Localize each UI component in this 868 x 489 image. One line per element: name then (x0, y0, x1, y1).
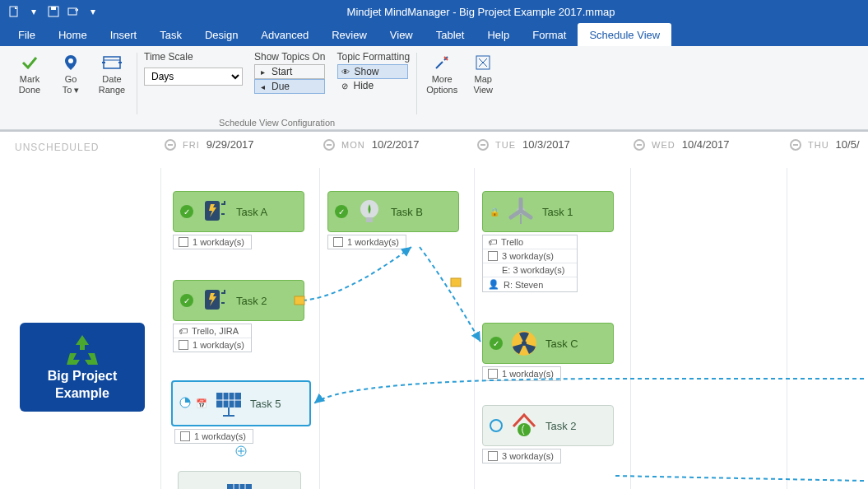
task-c[interactable]: ✓ Task C 1 workday(s) (482, 323, 614, 381)
done-icon: ✓ (335, 205, 348, 218)
date-icon: 📅 (196, 398, 207, 409)
show-topics-on-label: Show Topics On (254, 51, 326, 63)
menu-design[interactable]: Design (193, 23, 249, 46)
quick-access-toolbar: ▾ ▾ (7, 4, 100, 19)
day-header-mon[interactable]: MON10/2/2017 (323, 138, 420, 151)
go-to-button[interactable]: Go To ▾ (53, 51, 89, 97)
start-toggle[interactable]: ▸Start (254, 64, 325, 79)
eco-house-icon (508, 410, 541, 441)
calendar-icon (488, 369, 498, 379)
schedule-canvas[interactable]: UNSCHEDULED FRI9/29/2017 MON10/2/2017 TU… (0, 130, 868, 489)
group-config-label: Schedule View Configuration (139, 118, 415, 128)
topic-formatting-label: Topic Formatting (337, 51, 411, 63)
dropdown-icon[interactable]: ▾ (26, 4, 41, 19)
solar-icon (223, 475, 256, 489)
map-view-label: Map View (473, 74, 493, 95)
recycle-icon (62, 332, 103, 368)
due-toggle[interactable]: ◂Due (254, 79, 325, 94)
more-options-label: More Options (426, 74, 457, 95)
task-a[interactable]: ✓ Task A 1 workday(s) (173, 191, 304, 249)
show-topics-block: Show Topics On ▸Start ◂Due (254, 51, 326, 94)
collapse-icon[interactable] (323, 139, 335, 151)
bulb-icon (353, 196, 386, 227)
charger-icon (198, 285, 231, 316)
person-icon: 👤 (488, 279, 499, 290)
more-options-button[interactable]: More Options (424, 51, 460, 97)
connectors (0, 132, 868, 489)
time-scale-label: Time Scale (144, 51, 243, 63)
calendar-range-icon (102, 53, 122, 72)
expand-icon[interactable] (171, 445, 311, 459)
charger-icon (198, 196, 231, 227)
date-range-button[interactable]: Date Range (94, 51, 130, 97)
export-icon[interactable] (66, 4, 81, 19)
day-header-wed[interactable]: WED10/4/2017 (634, 138, 730, 151)
calendar-icon (179, 340, 188, 350)
task-title: Task C (545, 338, 578, 350)
mark-done-label: Mark Done (19, 74, 40, 95)
ribbon: Mark Done Go To ▾ Date Range Time Scale … (0, 46, 868, 130)
calendar-icon (488, 251, 498, 261)
collapse-icon[interactable] (165, 139, 176, 151)
task-partial[interactable] (178, 471, 301, 489)
task-b[interactable]: ✓ Task B 1 workday(s) (327, 191, 459, 249)
done-icon: ✓ (180, 294, 193, 307)
mark-done-button[interactable]: Mark Done (12, 51, 48, 97)
menu-insert[interactable]: Insert (99, 23, 149, 46)
menu-home[interactable]: Home (47, 23, 99, 46)
solar-icon (212, 388, 245, 419)
root-topic[interactable]: Big ProjectExample (20, 323, 145, 412)
pin-icon (61, 53, 81, 72)
day-header-thu[interactable]: THU10/5/ (790, 138, 860, 151)
dropdown-icon[interactable]: ▾ (86, 4, 100, 19)
task-title: Task B (391, 206, 423, 218)
task-2-green[interactable]: ✓ Task 2 🏷Trello, JIRA 1 workday(s) (173, 280, 304, 352)
menu-view[interactable]: View (378, 23, 425, 46)
lock-icon: 🔒 (490, 207, 499, 217)
time-scale-select[interactable]: Days (144, 68, 243, 86)
show-toggle[interactable]: 👁Show (337, 64, 408, 79)
due-icon: ◂ (257, 81, 268, 92)
new-doc-icon[interactable] (7, 4, 21, 19)
menu-task[interactable]: Task (148, 23, 193, 46)
menu-review[interactable]: Review (320, 23, 378, 46)
menu-file[interactable]: File (7, 23, 47, 46)
calendar-icon (333, 237, 343, 247)
check-icon (20, 53, 39, 72)
column-divider (787, 168, 787, 489)
collapse-icon[interactable] (634, 139, 645, 151)
task-title: Task 5 (250, 398, 281, 410)
progress-icon (179, 397, 191, 411)
menu-advanced[interactable]: Advanced (249, 23, 320, 46)
ribbon-group-more: More Options Map View (419, 49, 506, 129)
collapse-icon[interactable] (477, 139, 489, 151)
hide-toggle[interactable]: ⊘Hide (337, 79, 408, 92)
svg-rect-26 (366, 217, 373, 222)
menu-help[interactable]: Help (476, 23, 521, 46)
day-header-tue[interactable]: TUE10/3/2017 (477, 138, 570, 151)
task-title: Task 1 (542, 206, 573, 218)
date-range-label: Date Range (99, 74, 125, 95)
day-header-fri[interactable]: FRI9/29/2017 (165, 138, 254, 151)
task-5[interactable]: 📅 Task 5 1 workday(s) (171, 380, 311, 459)
calendar-icon (179, 237, 188, 247)
svg-rect-3 (68, 8, 77, 15)
menu-schedule-view[interactable]: Schedule View (578, 23, 671, 46)
ribbon-group-actions: Mark Done Go To ▾ Date Range (7, 49, 135, 129)
column-divider (474, 168, 475, 489)
menubar: File Home Insert Task Design Advanced Re… (0, 23, 868, 46)
column-divider (319, 168, 320, 489)
save-icon[interactable] (46, 4, 61, 19)
tag-icon: 🏷 (488, 237, 497, 247)
radiation-icon (508, 328, 541, 359)
ribbon-group-config: Time Scale Days Show Topics On ▸Start ◂D… (139, 49, 415, 129)
menu-tablet[interactable]: Tablet (425, 23, 476, 46)
menu-format[interactable]: Format (521, 23, 578, 46)
map-view-button[interactable]: Map View (465, 51, 501, 97)
collapse-icon[interactable] (790, 139, 801, 151)
column-divider (630, 168, 631, 489)
eye-icon: 👁 (340, 66, 351, 77)
task-title: Task 2 (545, 420, 577, 432)
task-1[interactable]: 🔒 Task 1 🏷Trello 3 workday(s) E: 3 workd… (482, 191, 614, 292)
task-2-house[interactable]: Task 2 3 workday(s) (482, 405, 614, 463)
